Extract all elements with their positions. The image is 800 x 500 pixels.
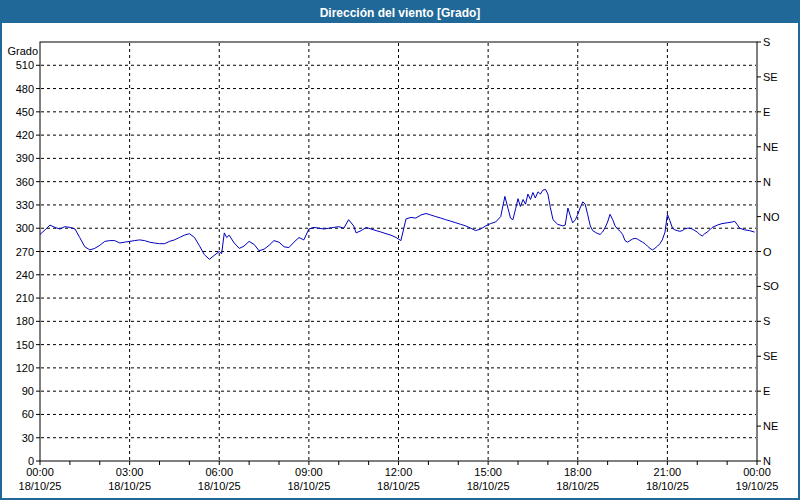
- compass-tick-label: O: [763, 246, 772, 258]
- chart-area: 0306090120150180210240270300330360390420…: [2, 23, 798, 498]
- x-axis-date-label: 18/10/25: [467, 480, 510, 492]
- y-axis-tick-label: 270: [16, 246, 34, 258]
- x-axis-time-label: 09:00: [295, 466, 323, 478]
- compass-tick-label: SE: [763, 350, 778, 362]
- y-axis-tick-label: 180: [16, 315, 34, 327]
- x-axis-time-label: 21:00: [654, 466, 682, 478]
- x-axis-time-label: 18:00: [564, 466, 592, 478]
- y-axis-tick-label: 90: [22, 385, 34, 397]
- compass-tick-label: S: [763, 315, 770, 327]
- compass-tick-label: NO: [763, 211, 780, 223]
- x-axis-date-label: 18/10/25: [108, 480, 151, 492]
- y-axis-tick-label: 360: [16, 176, 34, 188]
- y-axis-tick-label: 210: [16, 292, 34, 304]
- y-axis-tick-label: 330: [16, 199, 34, 211]
- x-axis-date-label: 18/10/25: [556, 480, 599, 492]
- chart-title: Dirección del viento [Grado]: [320, 6, 481, 20]
- y-axis-tick-label: 390: [16, 152, 34, 164]
- compass-tick-label: S: [763, 36, 770, 48]
- x-axis-time-label: 00:00: [26, 466, 54, 478]
- y-axis-tick-label: 510: [16, 59, 34, 71]
- x-axis-date-label: 18/10/25: [377, 480, 420, 492]
- y-axis-tick-label: 60: [22, 408, 34, 420]
- compass-tick-label: NE: [763, 141, 778, 153]
- x-axis-date-label: 18/10/25: [646, 480, 689, 492]
- compass-tick-label: E: [763, 385, 770, 397]
- y-axis-tick-label: 120: [16, 362, 34, 374]
- compass-tick-label: SE: [763, 71, 778, 83]
- window-titlebar: Dirección del viento [Grado]: [2, 2, 798, 23]
- chart-window: Dirección del viento [Grado] 03060901201…: [0, 0, 800, 500]
- y-axis-tick-label: 150: [16, 339, 34, 351]
- y-axis-tick-label: 30: [22, 432, 34, 444]
- x-axis-time-label: 03:00: [116, 466, 144, 478]
- y-axis-tick-label: 450: [16, 106, 34, 118]
- compass-tick-label: NE: [763, 420, 778, 432]
- x-axis-date-label: 18/10/25: [19, 480, 62, 492]
- wind-direction-chart: 0306090120150180210240270300330360390420…: [2, 23, 798, 498]
- x-axis-date-label: 18/10/25: [198, 480, 241, 492]
- compass-tick-label: N: [763, 176, 771, 188]
- x-axis-time-label: 06:00: [205, 466, 233, 478]
- y-axis-tick-label: 420: [16, 129, 34, 141]
- x-axis-time-label: 00:00: [743, 466, 771, 478]
- compass-tick-label: E: [763, 106, 770, 118]
- y-axis-tick-label: 480: [16, 83, 34, 95]
- x-axis-time-label: 15:00: [474, 466, 502, 478]
- y-axis-unit-label: Grado: [7, 45, 38, 57]
- y-axis-tick-label: 240: [16, 269, 34, 281]
- x-axis-time-label: 12:00: [385, 466, 413, 478]
- x-axis-date-label: 19/10/25: [736, 480, 779, 492]
- x-axis-date-label: 18/10/25: [287, 480, 330, 492]
- y-axis-tick-label: 300: [16, 222, 34, 234]
- compass-tick-label: SO: [763, 280, 779, 292]
